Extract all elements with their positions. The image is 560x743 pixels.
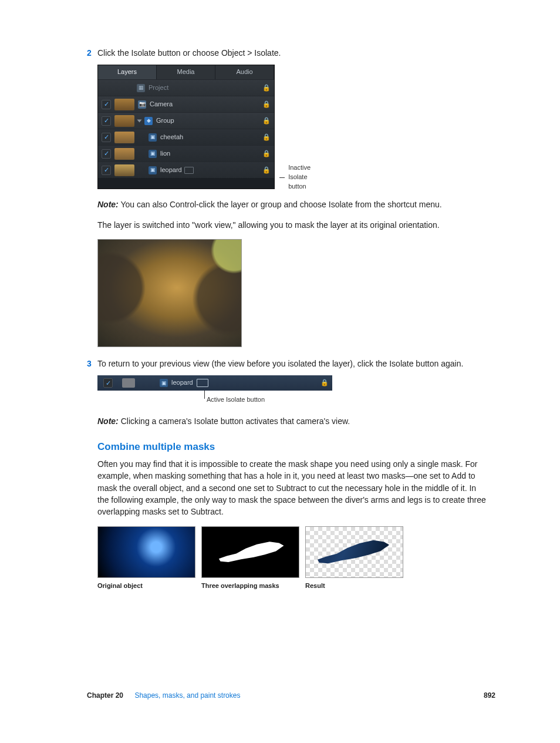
callout-active-isolate: Active Isolate button [207, 395, 265, 405]
step-3: 3 To return to your previous view (the v… [97, 358, 495, 369]
page-number: 892 [484, 691, 495, 701]
example-result: Result [305, 526, 402, 591]
lock-icon: 🔒 [262, 166, 271, 175]
row-label: Project [149, 83, 168, 93]
caption: Three overlapping masks [201, 581, 298, 591]
visibility-checkbox[interactable] [102, 166, 111, 175]
step-number: 3 [87, 358, 92, 369]
row-label: leopard [160, 166, 182, 175]
para-combine-masks: Often you may find that it is impossible… [97, 458, 490, 517]
note-label: Note: [97, 416, 119, 426]
row-group[interactable]: Group 🔒 [98, 112, 274, 129]
step-number: 2 [87, 47, 92, 59]
camera-icon [138, 100, 146, 109]
three-masks-image [201, 526, 299, 578]
project-icon [137, 84, 145, 92]
lock-icon: 🔒 [262, 100, 271, 109]
heading-combine-masks: Combine multiple masks [97, 440, 495, 455]
tab-audio[interactable]: Audio [215, 65, 274, 79]
callout-inactive-isolate: Inactive Isolate button [279, 163, 317, 191]
chevron-down-icon[interactable] [137, 119, 142, 122]
layers-panel-figure: Layers Media Audio Project 🔒 Camera 🔒 [97, 65, 495, 189]
visibility-checkbox[interactable] [102, 149, 111, 159]
caption: Result [305, 581, 402, 591]
isolate-button[interactable] [184, 167, 194, 174]
callout-leader [204, 391, 205, 399]
layers-panel: Layers Media Audio Project 🔒 Camera 🔒 [97, 65, 275, 189]
leopard-layer-row[interactable]: leopard 🔒 [97, 375, 332, 391]
visibility-checkbox[interactable] [103, 378, 113, 388]
panel-tabs: Layers Media Audio [98, 65, 274, 79]
layer-icon [149, 150, 157, 158]
leopard-row-figure: leopard 🔒 Active Isolate button [97, 375, 332, 407]
original-object-image [97, 526, 195, 578]
note-label: Note: [97, 200, 119, 209]
lock-icon: 🔒 [262, 83, 271, 93]
visibility-checkbox[interactable] [102, 116, 111, 126]
row-label: cheetah [160, 133, 183, 142]
row-camera[interactable]: Camera 🔒 [98, 96, 274, 112]
example-original: Original object [97, 526, 194, 591]
row-label: leopard [171, 378, 193, 388]
layer-icon [160, 379, 168, 387]
visibility-checkbox[interactable] [102, 100, 111, 109]
group-icon [144, 117, 153, 125]
row-leopard[interactable]: leopard 🔒 [98, 162, 274, 178]
lock-icon: 🔒 [262, 149, 271, 159]
example-masks: Three overlapping masks [201, 526, 298, 591]
note-camera-isolate: Note: Clicking a camera's Isolate button… [97, 415, 491, 427]
row-lion[interactable]: lion 🔒 [98, 145, 274, 162]
row-project[interactable]: Project 🔒 [98, 79, 274, 96]
result-image [305, 526, 403, 578]
visibility-checkbox[interactable] [102, 133, 111, 142]
note-control-click: Note: You can also Control-click the lay… [97, 199, 491, 210]
chapter-title[interactable]: Shapes, masks, and paint strokes [134, 691, 240, 700]
row-label: Group [156, 116, 174, 126]
mask-examples: Original object Three overlapping masks … [97, 526, 495, 591]
layer-icon [149, 133, 157, 142]
page-footer: Chapter 20 Shapes, masks, and paint stro… [87, 691, 495, 701]
row-label: lion [160, 149, 170, 159]
caption: Original object [97, 581, 194, 591]
lock-icon: 🔒 [321, 378, 329, 388]
layer-icon [149, 166, 157, 174]
tab-media[interactable]: Media [157, 65, 215, 79]
row-cheetah[interactable]: cheetah 🔒 [98, 129, 274, 145]
lock-icon: 🔒 [262, 133, 271, 142]
tab-layers[interactable]: Layers [98, 65, 157, 79]
lock-icon: 🔒 [262, 116, 271, 126]
leopard-image [97, 239, 242, 347]
layer-thumbnail [122, 378, 135, 388]
row-label: Camera [150, 100, 173, 109]
para-workview: The layer is switched into "work view," … [97, 219, 495, 231]
chapter-number: Chapter 20 [87, 691, 123, 700]
step-text: Click the Isolate button or choose Objec… [97, 48, 281, 58]
step-text: To return to your previous view (the vie… [97, 359, 463, 368]
step-2: 2 Click the Isolate button or choose Obj… [97, 47, 495, 59]
isolate-button-active[interactable] [197, 379, 208, 387]
